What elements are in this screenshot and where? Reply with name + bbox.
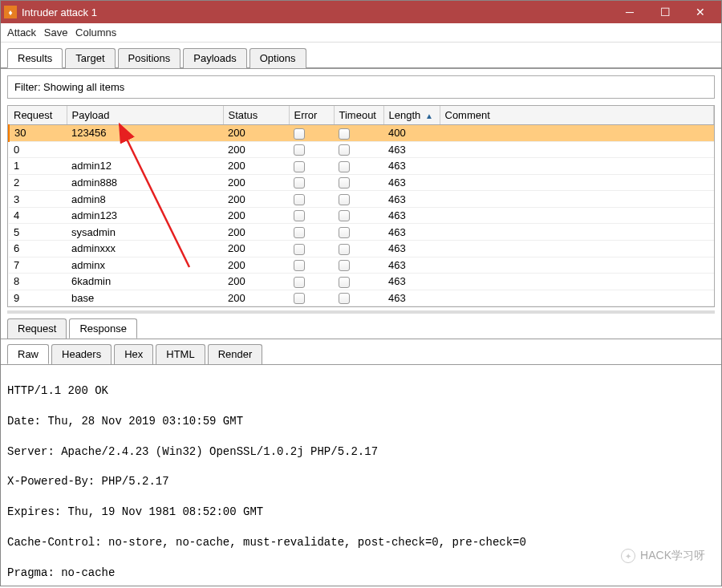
cell-payload: admin8 [67, 191, 223, 208]
col-error[interactable]: Error [289, 106, 334, 125]
table-row[interactable]: 5sysadmin200463 [9, 224, 714, 241]
cell-request: 0 [9, 141, 67, 158]
checkbox-icon[interactable] [294, 244, 305, 255]
col-timeout[interactable]: Timeout [334, 106, 383, 125]
response-line: Date: Thu, 28 Nov 2019 03:10:59 GMT [7, 414, 715, 429]
cell-status: 200 [223, 290, 289, 306]
tab-target[interactable]: Target [65, 48, 115, 68]
cell-request: 5 [9, 224, 67, 241]
table-row[interactable]: 4admin123200463 [9, 207, 714, 224]
table-row[interactable]: 3admin8200463 [9, 191, 714, 208]
checkbox-icon[interactable] [294, 260, 305, 271]
checkbox-icon[interactable] [339, 194, 350, 205]
col-comment[interactable]: Comment [440, 106, 714, 125]
cell-error [289, 174, 334, 191]
cell-payload: base [67, 290, 223, 306]
tab-hex[interactable]: Hex [114, 344, 153, 364]
cell-status: 200 [223, 125, 289, 142]
checkbox-icon[interactable] [294, 177, 305, 189]
cell-status: 200 [223, 191, 289, 208]
cell-request: 2 [9, 174, 67, 191]
cell-comment [440, 174, 714, 191]
results-table: Request Payload Status Error Timeout Len… [7, 105, 715, 307]
col-request[interactable]: Request [9, 106, 67, 125]
response-line: Cache-Control: no-store, no-cache, must-… [7, 535, 715, 550]
cell-comment [440, 158, 714, 175]
checkbox-icon[interactable] [339, 293, 350, 304]
cell-timeout [334, 141, 383, 158]
response-raw-pane[interactable]: HTTP/1.1 200 OK Date: Thu, 28 Nov 2019 0… [1, 365, 721, 586]
checkbox-icon[interactable] [339, 227, 350, 238]
checkbox-icon[interactable] [339, 128, 350, 140]
view-tabs: Raw Headers Hex HTML Render [1, 341, 721, 365]
tab-request[interactable]: Request [7, 318, 67, 339]
cell-comment [440, 125, 714, 142]
filter-bar[interactable]: Filter: Showing all items [7, 75, 715, 99]
col-length[interactable]: Length ▲ [383, 106, 440, 125]
table-header-row: Request Payload Status Error Timeout Len… [9, 106, 714, 125]
cell-timeout [334, 240, 383, 257]
tab-response[interactable]: Response [69, 318, 137, 339]
table-row[interactable]: 7adminx200463 [9, 257, 714, 274]
cell-request: 30 [9, 125, 67, 142]
window-title: Intruder attack 1 [22, 6, 612, 18]
cell-error [289, 125, 334, 142]
menu-attack[interactable]: Attack [7, 26, 36, 39]
cell-error [289, 224, 334, 241]
table-row[interactable]: 30123456200400 [9, 125, 714, 142]
minimize-button[interactable]: ─ [612, 1, 647, 23]
maximize-button[interactable]: ☐ [647, 1, 683, 23]
table-row[interactable]: 6adminxxx200463 [9, 240, 714, 257]
tab-payloads[interactable]: Payloads [183, 48, 246, 68]
col-length-label: Length [389, 109, 421, 121]
cell-error [289, 257, 334, 274]
tab-headers[interactable]: Headers [51, 344, 112, 364]
cell-length: 463 [383, 141, 440, 158]
tab-html[interactable]: HTML [156, 344, 205, 364]
checkbox-icon[interactable] [294, 161, 305, 172]
cell-error [289, 191, 334, 208]
col-payload[interactable]: Payload [67, 106, 223, 125]
splitter[interactable] [7, 310, 715, 314]
tab-options[interactable]: Options [249, 48, 306, 68]
table-row[interactable]: 0200463 [9, 141, 714, 158]
checkbox-icon[interactable] [339, 210, 350, 221]
checkbox-icon[interactable] [294, 128, 305, 140]
cell-timeout [334, 224, 383, 241]
main-tabs: Results Target Positions Payloads Option… [1, 43, 721, 69]
tab-render[interactable]: Render [208, 344, 263, 364]
cell-status: 200 [223, 257, 289, 274]
watermark-icon: ✦ [621, 549, 635, 563]
table-row[interactable]: 9base200463 [9, 290, 714, 306]
checkbox-icon[interactable] [294, 227, 305, 238]
cell-payload: 123456 [67, 125, 223, 142]
checkbox-icon[interactable] [294, 293, 305, 304]
checkbox-icon[interactable] [339, 161, 350, 172]
tab-results[interactable]: Results [7, 48, 63, 68]
cell-length: 463 [383, 290, 440, 306]
tab-raw[interactable]: Raw [7, 344, 49, 364]
checkbox-icon[interactable] [294, 144, 305, 156]
checkbox-icon[interactable] [294, 210, 305, 221]
col-status[interactable]: Status [223, 106, 289, 125]
tab-positions[interactable]: Positions [118, 48, 181, 68]
watermark-text: HACK学习呀 [640, 549, 705, 563]
cell-status: 200 [223, 174, 289, 191]
checkbox-icon[interactable] [339, 277, 350, 288]
checkbox-icon[interactable] [294, 194, 305, 205]
table-row[interactable]: 2admin888200463 [9, 174, 714, 191]
cell-payload: admin888 [67, 174, 223, 191]
close-button[interactable]: ✕ [683, 1, 718, 23]
checkbox-icon[interactable] [339, 244, 350, 255]
cell-timeout [334, 207, 383, 224]
cell-comment [440, 274, 714, 290]
response-line: HTTP/1.1 200 OK [7, 383, 715, 399]
table-row[interactable]: 1admin12200463 [9, 158, 714, 175]
table-row[interactable]: 86kadmin200463 [9, 274, 714, 290]
checkbox-icon[interactable] [339, 177, 350, 189]
menu-columns[interactable]: Columns [75, 26, 116, 39]
checkbox-icon[interactable] [339, 260, 350, 271]
checkbox-icon[interactable] [339, 144, 350, 156]
menu-save[interactable]: Save [44, 26, 68, 39]
checkbox-icon[interactable] [294, 277, 305, 288]
